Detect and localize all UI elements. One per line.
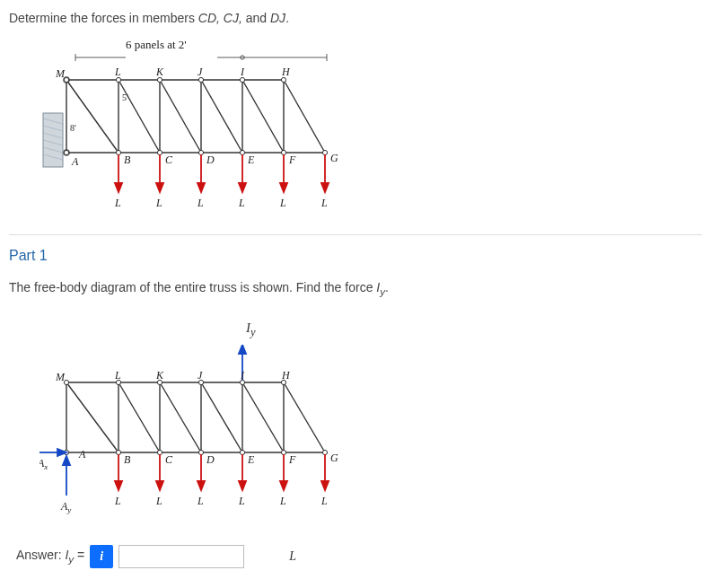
svg-text:M: M xyxy=(55,67,66,80)
svg-point-38 xyxy=(240,150,244,154)
svg-text:K: K xyxy=(155,369,164,382)
svg-line-24 xyxy=(201,80,242,153)
svg-text:L: L xyxy=(155,495,162,507)
svg-marker-119 xyxy=(63,456,70,465)
svg-text:K: K xyxy=(155,66,164,78)
svg-text:L: L xyxy=(155,197,162,209)
svg-line-87 xyxy=(201,382,242,452)
svg-line-84 xyxy=(66,382,118,452)
svg-text:I: I xyxy=(240,369,245,382)
svg-point-98 xyxy=(157,450,162,454)
svg-line-26 xyxy=(284,80,325,153)
divider xyxy=(9,234,702,235)
svg-point-35 xyxy=(116,150,120,154)
svg-marker-133 xyxy=(321,481,329,490)
svg-line-25 xyxy=(242,80,284,153)
svg-point-32 xyxy=(240,77,244,82)
answer-input[interactable] xyxy=(118,545,244,568)
iy-arrow-label: Iy xyxy=(246,320,702,339)
svg-text:Ay: Ay xyxy=(60,500,71,514)
svg-text:A: A xyxy=(71,155,79,168)
svg-text:L: L xyxy=(114,66,121,78)
svg-marker-57 xyxy=(115,183,122,192)
svg-marker-63 xyxy=(239,183,246,192)
svg-text:L: L xyxy=(238,495,245,507)
svg-point-102 xyxy=(322,450,327,454)
figure-2: Iy M L K J I H A xyxy=(40,320,702,527)
svg-point-28 xyxy=(64,77,68,82)
svg-text:L: L xyxy=(238,197,245,209)
svg-text:E: E xyxy=(247,453,255,466)
svg-text:H: H xyxy=(281,66,291,78)
svg-text:I: I xyxy=(240,66,245,78)
svg-text:C: C xyxy=(165,453,173,466)
answer-unit: L xyxy=(289,549,296,564)
svg-point-30 xyxy=(157,77,162,82)
svg-text:E: E xyxy=(247,154,255,166)
svg-text:J: J xyxy=(198,66,203,78)
svg-marker-125 xyxy=(156,481,163,490)
svg-text:M: M xyxy=(55,371,66,383)
panels-label: 6 panels at 2' xyxy=(126,38,702,52)
svg-point-34 xyxy=(64,150,68,154)
svg-text:J: J xyxy=(198,369,203,382)
svg-text:F: F xyxy=(288,154,296,166)
svg-text:L: L xyxy=(320,495,328,507)
svg-text:Ax: Ax xyxy=(40,457,48,471)
truss-diagram-1: M L K J I H A B C D E F G 8' 5' L L L L … xyxy=(40,54,363,215)
svg-point-37 xyxy=(198,150,203,154)
svg-marker-65 xyxy=(280,183,287,192)
svg-marker-67 xyxy=(321,183,329,192)
svg-text:F: F xyxy=(288,453,296,466)
info-button[interactable]: i xyxy=(90,545,113,568)
svg-point-100 xyxy=(240,450,244,454)
svg-marker-117 xyxy=(57,449,66,456)
svg-text:L: L xyxy=(279,197,286,209)
svg-line-23 xyxy=(160,80,201,153)
svg-text:L: L xyxy=(114,495,121,507)
svg-text:L: L xyxy=(197,495,204,507)
svg-text:D: D xyxy=(206,154,215,166)
svg-point-90 xyxy=(64,380,68,384)
svg-marker-127 xyxy=(198,481,205,490)
svg-line-22 xyxy=(118,80,160,153)
svg-text:L: L xyxy=(320,197,328,209)
svg-point-29 xyxy=(116,77,120,82)
svg-point-36 xyxy=(157,150,162,154)
svg-line-88 xyxy=(242,382,284,452)
svg-marker-75 xyxy=(239,345,246,354)
svg-point-31 xyxy=(198,77,203,82)
svg-text:G: G xyxy=(330,452,338,464)
part-1-text: The free-body diagram of the entire trus… xyxy=(9,280,702,297)
svg-text:A: A xyxy=(78,448,86,461)
svg-text:L: L xyxy=(197,197,204,209)
info-icon: i xyxy=(100,549,103,564)
truss-diagram-2: M L K J I H A B C D E F G Ax Ay L L L L xyxy=(40,345,363,524)
answer-row: Answer: Iy = i L xyxy=(16,545,702,568)
svg-marker-123 xyxy=(115,481,122,490)
svg-point-33 xyxy=(281,77,285,82)
svg-text:G: G xyxy=(330,152,338,164)
svg-text:B: B xyxy=(124,453,131,466)
svg-line-89 xyxy=(284,382,325,452)
svg-marker-129 xyxy=(239,481,246,490)
svg-marker-131 xyxy=(280,481,287,490)
svg-text:5': 5' xyxy=(122,92,128,102)
svg-text:L: L xyxy=(114,369,121,382)
svg-point-99 xyxy=(198,450,203,454)
svg-text:L: L xyxy=(279,495,286,507)
svg-point-40 xyxy=(322,150,327,154)
svg-text:B: B xyxy=(124,154,131,166)
svg-text:L: L xyxy=(114,197,121,209)
answer-label: Answer: Iy = xyxy=(16,548,84,565)
svg-point-39 xyxy=(281,150,285,154)
svg-line-86 xyxy=(160,382,201,452)
svg-text:D: D xyxy=(206,453,215,466)
figure-1: 6 panels at 2' xyxy=(40,38,702,218)
svg-line-85 xyxy=(118,382,160,452)
svg-text:8': 8' xyxy=(70,123,76,133)
svg-marker-59 xyxy=(156,183,163,192)
svg-text:H: H xyxy=(281,369,291,382)
svg-text:C: C xyxy=(165,154,173,166)
question-text: Determine the forces in members CD, CJ, … xyxy=(9,11,702,25)
